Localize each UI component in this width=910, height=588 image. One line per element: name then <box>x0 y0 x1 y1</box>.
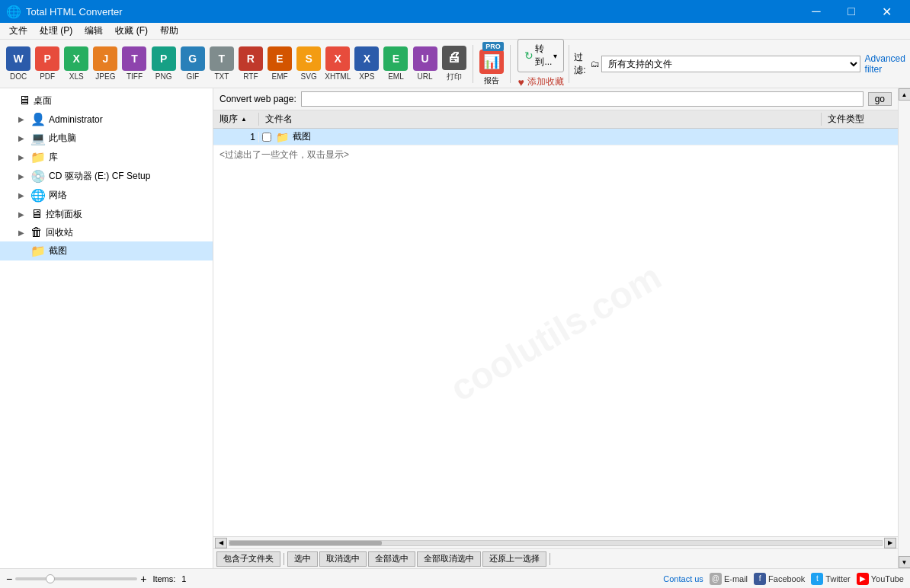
menu-favorites[interactable]: 收藏 (F) <box>109 23 154 39</box>
txt-icon: T <box>210 46 234 71</box>
add-bookmark-button[interactable]: ♥ 添加收藏 <box>517 75 564 88</box>
zoom-plus[interactable]: + <box>140 573 146 585</box>
tree-arrow: ▶ <box>18 210 27 219</box>
tool-jpeg[interactable]: J JPEG <box>91 43 119 85</box>
maximize-button[interactable]: □ <box>834 0 869 23</box>
zoom-thumb[interactable] <box>46 574 55 583</box>
filtered-message[interactable]: <过滤出了一些文件，双击显示> <box>213 145 898 165</box>
filter-area: 过滤: 🗂 所有支持的文件 Advanced filter <box>574 51 905 77</box>
filter-dropdown[interactable]: 所有支持的文件 <box>601 56 860 72</box>
scroll-down-button[interactable]: ▼ <box>899 556 911 568</box>
tree-item-cddrive[interactable]: ▶ 💿 CD 驱动器 (E:) CF Setup <box>0 167 213 186</box>
menu-process[interactable]: 处理 (P) <box>34 23 79 39</box>
col-header-seq[interactable]: 顺序 ▲ <box>213 113 259 126</box>
tree-label-recycle: 回收站 <box>46 226 207 239</box>
scroll-right-button[interactable]: ▶ <box>884 538 896 548</box>
tool-pdf[interactable]: P PDF <box>34 43 61 85</box>
tree-arrow: ▶ <box>18 153 27 161</box>
app-title: Total HTML Converter <box>26 6 123 18</box>
deselect-all-button[interactable]: 全部取消选中 <box>417 551 481 567</box>
tool-url[interactable]: U URL <box>412 43 439 85</box>
url-icon: U <box>413 46 437 71</box>
tree-label-network: 网络 <box>49 189 207 202</box>
twitter-link[interactable]: t Twitter <box>811 573 850 585</box>
library-icon: 📁 <box>30 150 46 165</box>
close-button[interactable]: ✕ <box>869 0 904 23</box>
tree-item-mypc[interactable]: ▶ 💻 此电脑 <box>0 129 213 148</box>
contact-us-link[interactable]: Contact us <box>663 574 703 583</box>
select-all-button[interactable]: 全部选中 <box>368 551 415 567</box>
email-label: E-mail <box>724 574 748 583</box>
go-button[interactable]: go <box>868 92 892 106</box>
minimize-button[interactable]: ─ <box>799 0 834 23</box>
restore-button[interactable]: 还原上一选择 <box>482 551 546 567</box>
select-button[interactable]: 选中 <box>287 551 318 567</box>
youtube-link[interactable]: ▶ YouTube <box>857 573 904 585</box>
facebook-icon: f <box>754 573 766 585</box>
right-scrollbar[interactable]: ▲ ▼ <box>898 88 910 568</box>
tool-svg[interactable]: S SVG <box>295 43 322 85</box>
tool-print[interactable]: 🖨 打印 <box>441 43 468 85</box>
scroll-thumb[interactable] <box>229 541 382 545</box>
filter-select-wrapper: 🗂 所有支持的文件 <box>591 56 860 72</box>
table-row[interactable]: 1 📁 截图 <box>213 129 898 145</box>
tree-item-screenshot[interactable]: 📁 截图 <box>0 241 213 260</box>
col-header-name[interactable]: 文件名 <box>259 113 822 126</box>
file-tree-panel: 🖥 桌面 ▶ 👤 Administrator ▶ 💻 此电脑 ▶ 📁 库 ▶ 💿… <box>0 88 213 568</box>
pdf-icon: P <box>35 46 59 71</box>
report-button[interactable]: PRO 📊 报告 <box>478 42 505 86</box>
deselect-button[interactable]: 取消选中 <box>319 551 367 567</box>
tool-xhtml[interactable]: X XHTML <box>324 43 351 85</box>
include-subfolders-button[interactable]: 包含子文件夹 <box>216 551 280 567</box>
tool-rtf[interactable]: R RTF <box>237 43 264 85</box>
tool-tiff[interactable]: T TIFF <box>120 43 148 85</box>
xls-icon: X <box>64 46 88 71</box>
filter-label: 过滤: <box>574 51 585 77</box>
menu-help[interactable]: 帮助 <box>154 23 184 39</box>
scroll-up-button[interactable]: ▲ <box>899 88 911 101</box>
toolbar-actions: ↻ 转到... ▾ ♥ 添加收藏 <box>517 39 564 88</box>
horizontal-scrollbar[interactable]: ◀ ▶ <box>213 536 898 548</box>
tool-txt[interactable]: T TXT <box>208 43 236 85</box>
tool-png[interactable]: P PNG <box>150 43 178 85</box>
col-header-type[interactable]: 文件类型 <box>822 113 898 126</box>
facebook-link[interactable]: f Facebook <box>754 573 805 585</box>
tree-item-library[interactable]: ▶ 📁 库 <box>0 148 213 167</box>
print-icon: 🖨 <box>442 46 466 70</box>
tree-item-network[interactable]: ▶ 🌐 网络 <box>0 186 213 205</box>
scroll-track[interactable] <box>229 540 883 546</box>
desktop-icon: 🖥 <box>18 94 30 107</box>
menu-edit[interactable]: 编辑 <box>79 23 109 39</box>
emf-icon: E <box>268 46 292 71</box>
cell-checkbox[interactable] <box>259 133 274 142</box>
convert-to-button[interactable]: ↻ 转到... ▾ <box>517 39 564 72</box>
eml-icon: E <box>383 46 408 71</box>
tool-gif[interactable]: G GIF <box>179 43 207 85</box>
tree-item-administrator[interactable]: ▶ 👤 Administrator <box>0 110 213 129</box>
tree-item-recycle[interactable]: ▶ 🗑 回收站 <box>0 223 213 241</box>
tool-eml[interactable]: E EML <box>382 43 409 85</box>
tool-xls[interactable]: X XLS <box>62 43 90 85</box>
controlpanel-icon: 🖥 <box>30 207 43 221</box>
status-left: − + Items: 1 <box>6 573 186 585</box>
advanced-filter-button[interactable]: Advanced filter <box>865 53 905 75</box>
tree-item-desktop[interactable]: 🖥 桌面 <box>0 91 213 110</box>
tree-item-controlpanel[interactable]: ▶ 🖥 控制面板 <box>0 205 213 223</box>
zoom-minus[interactable]: − <box>6 573 12 585</box>
items-label: Items: <box>152 574 175 583</box>
scroll-left-button[interactable]: ◀ <box>215 538 227 548</box>
status-right: Contact us @ E-mail f Facebook t Twitter… <box>663 573 904 585</box>
heart-icon: ♥ <box>517 76 524 88</box>
zoom-track[interactable] <box>15 577 137 580</box>
tool-doc[interactable]: W DOC <box>5 43 32 85</box>
web-convert-bar: Convert web page: go <box>213 88 898 110</box>
xhtml-icon: X <box>325 46 350 71</box>
main-layout: 🖥 桌面 ▶ 👤 Administrator ▶ 💻 此电脑 ▶ 📁 库 ▶ 💿… <box>0 88 910 568</box>
web-url-input[interactable] <box>301 91 864 107</box>
email-link[interactable]: @ E-mail <box>710 573 748 585</box>
menu-file[interactable]: 文件 <box>3 23 34 39</box>
tool-emf[interactable]: E EMF <box>266 43 293 85</box>
tree-arrow: ▶ <box>18 115 27 123</box>
tool-xps[interactable]: X XPS <box>353 43 380 85</box>
row-checkbox[interactable] <box>262 133 271 142</box>
